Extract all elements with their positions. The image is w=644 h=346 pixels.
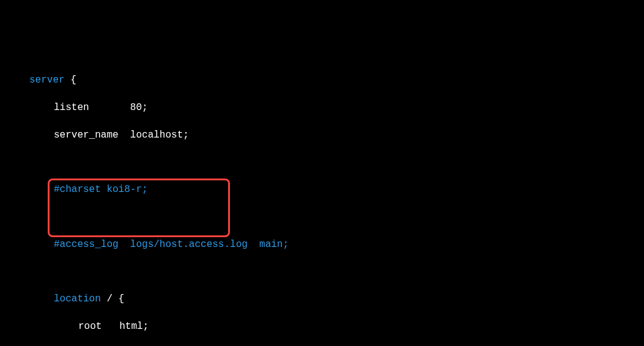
comment-line: #charset koi8-r; [0, 183, 644, 196]
code-line: server { [0, 73, 644, 87]
brace: { [65, 75, 76, 86]
path-brace: / { [101, 293, 124, 304]
keyword-location: location [54, 293, 101, 304]
code-line: location / { [0, 292, 644, 306]
code-line: root html; [0, 320, 644, 333]
blank-line [0, 210, 644, 224]
blank-line [0, 265, 644, 278]
comment-line: #access_log logs/host.access.log main; [0, 238, 644, 251]
code-editor[interactable]: server { listen 80; server_name localhos… [0, 60, 644, 346]
keyword-server: server [29, 75, 65, 86]
code-line: listen 80; [0, 101, 644, 114]
code-line: server_name localhost; [0, 128, 644, 142]
blank-line [0, 155, 644, 169]
